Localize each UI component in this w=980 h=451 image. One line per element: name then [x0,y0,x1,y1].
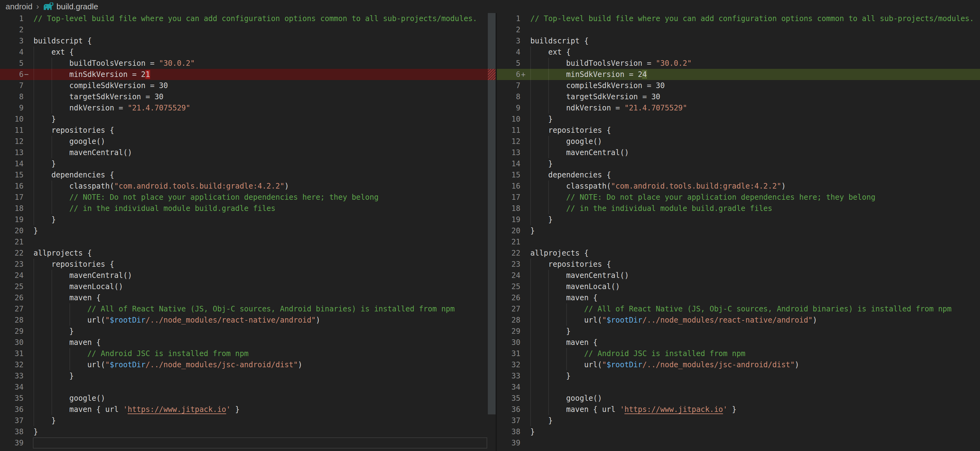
code-line[interactable]: 33 } [497,370,980,381]
code-line[interactable]: 14 } [497,158,980,169]
line-number[interactable]: 15 [0,169,24,180]
line-number[interactable]: 18 [0,203,24,214]
line-number[interactable]: 30 [497,337,520,348]
line-number[interactable]: 23 [0,259,24,270]
breadcrumb-file[interactable]: build.gradle [56,2,98,11]
code-line[interactable]: 19 } [0,214,488,225]
line-number[interactable]: 7 [497,80,520,91]
line-number[interactable]: 14 [0,158,24,169]
code-line[interactable]: 25 mavenLocal() [0,281,488,292]
line-number[interactable]: 3 [0,35,24,46]
line-number[interactable]: 16 [0,180,24,192]
line-number[interactable]: 27 [497,303,520,314]
line-number[interactable]: 27 [0,303,24,314]
code-line[interactable]: 22allprojects { [497,247,980,259]
code-line[interactable]: 16 classpath("com.android.tools.build:gr… [497,180,980,192]
line-number[interactable]: 5 [497,58,520,69]
code-line[interactable]: 8 targetSdkVersion = 30 [497,91,980,102]
line-number[interactable]: 4 [0,46,24,58]
line-number[interactable]: 5 [0,58,24,69]
line-number[interactable]: 38 [0,426,24,437]
line-number[interactable]: 1 [0,13,24,24]
code-line[interactable]: 24 mavenCentral() [0,270,488,281]
line-number[interactable]: 3 [497,35,520,46]
line-number[interactable]: 20 [0,225,24,236]
line-number[interactable]: 22 [497,247,520,259]
code-line[interactable]: 5 buildToolsVersion = "30.0.2" [497,58,980,69]
code-line[interactable]: 22allprojects { [0,247,488,259]
code-line[interactable]: 29 } [0,326,488,337]
code-line[interactable]: 26 maven { [0,292,488,303]
code-line[interactable]: 35 google() [0,393,488,404]
line-number[interactable]: 39 [0,437,24,448]
code-line[interactable]: 27 // All of React Native (JS, Obj-C sou… [0,303,488,314]
code-line[interactable]: 7 compileSdkVersion = 30 [0,80,488,91]
line-number[interactable]: 29 [0,326,24,337]
line-number[interactable]: 2 [497,24,520,35]
code-line[interactable]: 13 mavenCentral() [497,147,980,158]
line-number[interactable]: 21 [497,236,520,247]
code-line[interactable]: 1// Top-level build file where you can a… [0,13,488,24]
line-number[interactable]: 13 [0,147,24,158]
line-number[interactable]: 36 [0,404,24,415]
line-number[interactable]: 6 [497,69,520,80]
line-number[interactable]: 37 [497,415,520,426]
code-line[interactable]: 32 url("$rootDir/../node_modules/jsc-and… [0,359,488,370]
code-line[interactable]: 10 } [497,113,980,125]
code-line[interactable]: 34 [0,381,488,393]
line-number[interactable]: 24 [0,270,24,281]
code-line[interactable]: 6− minSdkVersion = 21 [0,69,488,80]
line-number[interactable]: 32 [0,359,24,370]
line-number[interactable]: 22 [0,247,24,259]
code-line[interactable]: 38} [497,426,980,437]
line-number[interactable]: 17 [0,192,24,203]
code-line[interactable]: 38} [0,426,488,437]
code-line[interactable]: 12 google() [497,136,980,147]
line-number[interactable]: 36 [497,404,520,415]
line-number[interactable]: 11 [0,125,24,136]
code-line[interactable]: 39 [497,437,980,448]
code-line[interactable]: 17 // NOTE: Do not place your applicatio… [0,192,488,203]
code-line[interactable]: 37 } [497,415,980,426]
code-line[interactable]: 36 maven { url 'https://www.jitpack.io' … [497,404,980,415]
line-number[interactable]: 19 [497,214,520,225]
code-line[interactable]: 15 dependencies { [0,169,488,180]
code-line[interactable]: 30 maven { [0,337,488,348]
code-line[interactable]: 5 buildToolsVersion = "30.0.2" [0,58,488,69]
code-line[interactable]: 9 ndkVersion = "21.4.7075529" [497,102,980,113]
code-line[interactable]: 20} [497,225,980,236]
code-line[interactable]: 26 maven { [497,292,980,303]
line-number[interactable]: 13 [497,147,520,158]
code-line[interactable]: 14 } [0,158,488,169]
line-number[interactable]: 31 [497,348,520,359]
line-number[interactable]: 16 [497,180,520,192]
line-number[interactable]: 8 [497,91,520,102]
code-line[interactable]: 19 } [497,214,980,225]
code-line[interactable]: 1// Top-level build file where you can a… [497,13,980,24]
code-line[interactable]: 33 } [0,370,488,381]
line-number[interactable]: 10 [0,113,24,125]
code-line[interactable]: 31 // Android JSC is installed from npm [0,348,488,359]
line-number[interactable]: 34 [497,381,520,393]
code-line[interactable]: 30 maven { [497,337,980,348]
line-number[interactable]: 2 [0,24,24,35]
line-number[interactable]: 10 [497,113,520,125]
line-number[interactable]: 11 [497,125,520,136]
code-line[interactable]: 35 google() [497,393,980,404]
code-line[interactable]: 2 [497,24,980,35]
left-editor-scrollbar[interactable] [488,13,496,451]
code-line[interactable]: 28 url("$rootDir/../node_modules/react-n… [497,314,980,326]
line-number[interactable]: 7 [0,80,24,91]
code-line[interactable]: 9 ndkVersion = "21.4.7075529" [0,102,488,113]
line-number[interactable]: 38 [497,426,520,437]
code-line[interactable]: 8 targetSdkVersion = 30 [0,91,488,102]
code-line[interactable]: 27 // All of React Native (JS, Obj-C sou… [497,303,980,314]
line-number[interactable]: 35 [497,393,520,404]
line-number[interactable]: 20 [497,225,520,236]
code-line[interactable]: 18 // in the individual module build.gra… [0,203,488,214]
line-number[interactable]: 37 [0,415,24,426]
code-line[interactable]: 3buildscript { [0,35,488,46]
line-number[interactable]: 32 [497,359,520,370]
code-line[interactable]: 11 repositories { [0,125,488,136]
code-line[interactable]: 15 dependencies { [497,169,980,180]
